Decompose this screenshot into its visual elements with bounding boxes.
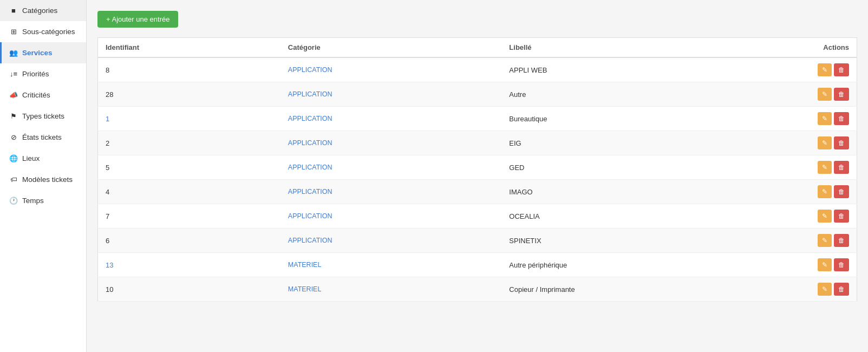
delete-button-2[interactable]: 🗑 [834, 112, 849, 125]
sidebar-item-criticites[interactable]: 📣Criticités [0, 84, 86, 106]
actions-container-6: ✎🗑 [811, 210, 850, 223]
edit-button-5[interactable]: ✎ [818, 185, 832, 198]
edit-button-0[interactable]: ✎ [818, 63, 832, 76]
sous-categories-icon: ⊞ [9, 28, 18, 36]
delete-button-4[interactable]: 🗑 [834, 161, 849, 174]
cell-actions-3: ✎🗑 [803, 131, 857, 155]
cell-label-5: IMAGO [501, 180, 802, 204]
table-row: 5APPLICATIONGED✎🗑 [98, 155, 857, 180]
types-tickets-icon: ⚑ [9, 112, 18, 120]
table-row: 6APPLICATIONSPINETIX✎🗑 [98, 229, 857, 253]
edit-button-6[interactable]: ✎ [818, 210, 832, 223]
main-content: + Ajouter une entrée Identifiant Catégor… [87, 0, 868, 352]
categories-icon: ■ [9, 6, 18, 15]
cell-actions-4: ✎🗑 [803, 155, 857, 180]
cell-actions-8: ✎🗑 [803, 253, 857, 277]
add-entry-button[interactable]: + Ajouter une entrée [97, 11, 178, 28]
cell-label-9: Copieur / Imprimante [501, 277, 802, 302]
edit-button-3[interactable]: ✎ [818, 136, 832, 149]
sidebar-item-lieux[interactable]: 🌐Lieux [0, 148, 86, 169]
entries-table: Identifiant Catégorie Libellé Actions 8A… [97, 37, 857, 302]
cell-label-7: SPINETIX [501, 229, 802, 253]
sidebar-item-types-tickets[interactable]: ⚑Types tickets [0, 106, 86, 127]
delete-button-8[interactable]: 🗑 [834, 258, 849, 271]
temps-icon: 🕐 [9, 197, 18, 205]
sidebar-item-sous-categories[interactable]: ⊞Sous-catégories [0, 21, 86, 42]
edit-button-2[interactable]: ✎ [818, 112, 832, 125]
cell-actions-1: ✎🗑 [803, 82, 857, 107]
actions-container-0: ✎🗑 [811, 63, 850, 76]
sidebar-label-lieux: Lieux [22, 154, 40, 162]
delete-button-1[interactable]: 🗑 [834, 88, 849, 101]
cell-id-8[interactable]: 13 [98, 253, 280, 277]
delete-button-3[interactable]: 🗑 [834, 136, 849, 149]
col-identifiant: Identifiant [98, 38, 280, 58]
modeles-tickets-icon: 🏷 [9, 175, 18, 184]
cell-actions-5: ✎🗑 [803, 180, 857, 204]
actions-container-8: ✎🗑 [811, 258, 850, 271]
col-actions: Actions [803, 38, 857, 58]
col-categorie: Catégorie [280, 38, 502, 58]
delete-button-5[interactable]: 🗑 [834, 185, 849, 198]
sidebar-label-services: Services [22, 49, 53, 57]
etats-tickets-icon: ⊘ [9, 133, 18, 141]
actions-container-5: ✎🗑 [811, 185, 850, 198]
table-row: 7APPLICATIONOCEALIA✎🗑 [98, 204, 857, 229]
edit-button-8[interactable]: ✎ [818, 258, 832, 271]
sidebar-item-modeles-tickets[interactable]: 🏷Modèles tickets [0, 169, 86, 190]
cell-actions-6: ✎🗑 [803, 204, 857, 229]
sidebar-label-etats-tickets: États tickets [22, 133, 62, 141]
cell-id-2[interactable]: 1 [98, 107, 280, 131]
cell-label-3: EIG [501, 131, 802, 155]
sidebar-item-temps[interactable]: 🕐Temps [0, 190, 86, 211]
sidebar-item-priorites[interactable]: ↓≡Priorités [0, 63, 86, 84]
actions-container-1: ✎🗑 [811, 88, 850, 101]
delete-button-7[interactable]: 🗑 [834, 234, 849, 247]
cell-label-8: Autre périphérique [501, 253, 802, 277]
cell-category-8: MATERIEL [280, 253, 502, 277]
cell-category-3: APPLICATION [280, 131, 502, 155]
cell-label-2: Bureautique [501, 107, 802, 131]
cell-category-2: APPLICATION [280, 107, 502, 131]
cell-actions-0: ✎🗑 [803, 57, 857, 82]
priorites-icon: ↓≡ [9, 70, 18, 78]
delete-button-0[interactable]: 🗑 [834, 63, 849, 76]
sidebar-item-categories[interactable]: ■Catégories [0, 0, 86, 21]
actions-container-3: ✎🗑 [811, 136, 850, 149]
table-row: 8APPLICATIONAPPLI WEB✎🗑 [98, 57, 857, 82]
sidebar-item-services[interactable]: 👥Services [0, 42, 86, 63]
cell-id-9: 10 [98, 277, 280, 302]
actions-container-7: ✎🗑 [811, 234, 850, 247]
cell-category-9: MATERIEL [280, 277, 502, 302]
cell-id-5: 4 [98, 180, 280, 204]
sidebar: ■Catégories⊞Sous-catégories👥Services↓≡Pr… [0, 0, 87, 352]
edit-button-1[interactable]: ✎ [818, 88, 832, 101]
cell-id-3: 2 [98, 131, 280, 155]
table-body: 8APPLICATIONAPPLI WEB✎🗑28APPLICATIONAutr… [98, 57, 857, 302]
sidebar-label-modeles-tickets: Modèles tickets [22, 175, 73, 184]
cell-label-4: GED [501, 155, 802, 180]
cell-id-4: 5 [98, 155, 280, 180]
cell-category-7: APPLICATION [280, 229, 502, 253]
delete-button-6[interactable]: 🗑 [834, 210, 849, 223]
cell-category-0: APPLICATION [280, 57, 502, 82]
table-row: 4APPLICATIONIMAGO✎🗑 [98, 180, 857, 204]
cell-id-0: 8 [98, 57, 280, 82]
table-row: 10MATERIELCopieur / Imprimante✎🗑 [98, 277, 857, 302]
cell-actions-7: ✎🗑 [803, 229, 857, 253]
edit-button-7[interactable]: ✎ [818, 234, 832, 247]
cell-category-4: APPLICATION [280, 155, 502, 180]
table-row: 2APPLICATIONEIG✎🗑 [98, 131, 857, 155]
edit-button-4[interactable]: ✎ [818, 161, 832, 174]
cell-category-6: APPLICATION [280, 204, 502, 229]
delete-button-9[interactable]: 🗑 [834, 283, 849, 296]
cell-id-7: 6 [98, 229, 280, 253]
cell-category-5: APPLICATION [280, 180, 502, 204]
sidebar-label-sous-categories: Sous-catégories [22, 28, 75, 36]
actions-container-4: ✎🗑 [811, 161, 850, 174]
cell-category-1: APPLICATION [280, 82, 502, 107]
sidebar-item-etats-tickets[interactable]: ⊘États tickets [0, 127, 86, 148]
edit-button-9[interactable]: ✎ [818, 283, 832, 296]
criticites-icon: 📣 [9, 91, 18, 99]
table-row: 13MATERIELAutre périphérique✎🗑 [98, 253, 857, 277]
